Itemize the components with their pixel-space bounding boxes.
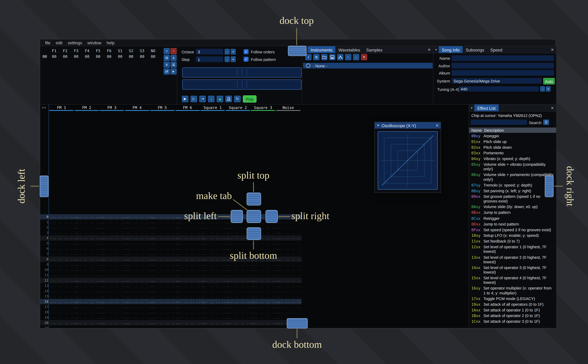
pattern-cell[interactable]: ... .. .. .... xyxy=(101,247,126,250)
poly-toggle-button[interactable]: Poly xyxy=(243,95,257,103)
pattern-cell[interactable]: ... .. .. .... xyxy=(277,231,302,234)
dock-right-target[interactable] xyxy=(545,176,554,197)
pattern-cell[interactable]: ... .. .. .... xyxy=(126,326,151,328)
pattern-cell[interactable]: ... .. .. .... xyxy=(227,316,252,319)
pattern-cell[interactable]: ... .. .. .... xyxy=(101,300,126,303)
pattern-cell[interactable]: ... .. .. .... xyxy=(50,247,75,250)
pattern-cell[interactable]: ... .. .. .... xyxy=(176,300,202,303)
pattern-cell[interactable]: ... .. .. .... xyxy=(277,305,302,309)
system-auto-button[interactable]: Auto xyxy=(543,78,555,84)
pattern-cell[interactable]: ... .. .. .... xyxy=(101,226,126,229)
pattern-cell[interactable]: ... .. .. .... xyxy=(252,268,277,272)
order-change-mode-button[interactable]: ⇄ xyxy=(164,69,170,75)
step-increase-button[interactable]: + xyxy=(231,56,236,62)
pattern-cell[interactable]: ... .. .. .... xyxy=(50,289,75,293)
pattern-cell[interactable]: ... .. .. .... xyxy=(252,279,277,282)
effect-row-1Cxx[interactable]: 1CxxSet attack of operator 3 (0 to 1F) xyxy=(469,319,556,325)
effect-row-1Axx[interactable]: 1AxxSet attack of operator 1 (0 to 1F) xyxy=(469,307,556,313)
remove-order-button[interactable]: − xyxy=(171,48,177,54)
order-cell[interactable]: 00 xyxy=(151,55,155,59)
pattern-cell[interactable]: ... .. .. .... xyxy=(252,247,277,250)
pattern-cell[interactable]: ... .. .. .... xyxy=(126,311,151,314)
pattern-cell[interactable]: ... .. .. .... xyxy=(176,289,202,293)
pattern-cell[interactable]: ... .. .. .... xyxy=(252,273,277,277)
effect-row-00xy[interactable]: 00xyArpeggio xyxy=(469,133,556,139)
collapse-icon[interactable]: ▾ xyxy=(469,104,474,111)
pattern-cell[interactable]: ... .. .. .... xyxy=(50,300,75,303)
pattern-cell[interactable]: ... .. .. .... xyxy=(176,231,202,234)
channel-header-square-3[interactable]: Square 3 xyxy=(251,106,276,110)
add-order-button[interactable]: + xyxy=(164,48,170,54)
menu-item-edit[interactable]: edit xyxy=(53,40,65,45)
effect-row-06xy[interactable]: 06xyVolume slide + portamento (compatibi… xyxy=(469,172,556,182)
pattern-cell[interactable]: ... .. .. .... xyxy=(126,247,151,250)
pattern-row-15[interactable]: 15... .. .. ....... .. .. ....... .. .. … xyxy=(40,294,302,299)
tab-song-info[interactable]: Song Info xyxy=(439,46,463,53)
pattern-cell[interactable]: ... .. .. .... xyxy=(277,257,302,261)
pattern-cell[interactable]: ... .. .. .... xyxy=(101,236,126,240)
pattern-cell[interactable]: ... .. .. .... xyxy=(76,311,101,314)
step-decrease-button[interactable]: - xyxy=(225,56,230,62)
pattern-cell[interactable]: ... .. .. .... xyxy=(176,226,202,229)
effect-row-09xx[interactable]: 09xxSet groove pattern (speed 1 if no gr… xyxy=(469,194,556,204)
move-instrument-down-button[interactable]: ↓ xyxy=(353,54,359,60)
pattern-cell[interactable]: ... .. .. .... xyxy=(227,295,252,298)
pattern-cell[interactable]: ... .. .. .... xyxy=(126,242,151,245)
oscilloscope-title-bar[interactable]: ▼ Oscilloscope (X-Y) ✕ xyxy=(375,122,441,129)
album-field[interactable] xyxy=(452,70,554,76)
pattern-cell[interactable]: ... .. .. .... xyxy=(50,279,75,282)
pattern-cell[interactable]: ... .. .. .... xyxy=(126,221,151,224)
pattern-cell[interactable]: ... .. .. .... xyxy=(151,247,176,250)
effect-row-0Dxx[interactable]: 0DxxJump to next pattern xyxy=(469,221,556,227)
pattern-row-11[interactable]: 11... .. .. ....... .. .. ....... .. .. … xyxy=(40,273,302,278)
pattern-cell[interactable]: ... .. .. .... xyxy=(252,300,277,303)
pattern-cell[interactable]: ... .. .. .... xyxy=(202,263,227,266)
pattern-cell[interactable]: ... .. .. .... xyxy=(202,295,227,298)
system-field[interactable]: Sega Genesis/Mega Drive xyxy=(452,78,542,84)
step-input[interactable]: 1 xyxy=(196,56,223,62)
pattern-cell[interactable]: ... .. .. .... xyxy=(227,273,252,277)
pattern-row-12[interactable]: 12... .. .. ....... .. .. ....... .. .. … xyxy=(40,278,302,283)
pattern-cell[interactable]: ... .. .. .... xyxy=(252,263,277,266)
pattern-cell[interactable]: ... .. .. .... xyxy=(227,326,252,328)
pattern-cell[interactable]: ... .. .. .... xyxy=(202,289,227,293)
pattern-cell[interactable]: ... .. .. .... xyxy=(277,311,302,314)
pattern-cell[interactable]: ... .. .. .... xyxy=(126,226,151,229)
tuning-decrease-button[interactable]: - xyxy=(540,86,545,91)
pattern-cell[interactable]: ... .. .. .... xyxy=(176,263,202,266)
pattern-cell[interactable]: ... .. .. .... xyxy=(252,316,277,319)
pattern-cell[interactable]: ... .. .. .... xyxy=(202,305,227,309)
pattern-cell[interactable]: ... .. .. .... xyxy=(101,326,126,328)
pattern-cell[interactable]: ... .. .. .... xyxy=(76,236,101,240)
tuning-increase-button[interactable]: + xyxy=(546,86,550,91)
pattern-cell[interactable]: ... .. .. .... xyxy=(50,295,75,298)
pattern-cell[interactable]: ... .. .. .... xyxy=(101,257,126,261)
channel-header-square-2[interactable]: Square 2 xyxy=(225,106,251,110)
pattern-cell[interactable]: ... .. .. .... xyxy=(277,263,302,266)
pattern-cell[interactable]: ... .. .. .... xyxy=(227,321,252,325)
pattern-cell[interactable]: ... .. .. .... xyxy=(202,311,227,314)
make-tab-target[interactable] xyxy=(247,210,261,223)
open-instrument-button[interactable] xyxy=(321,54,327,60)
pattern-cell[interactable]: ... .. .. .... xyxy=(101,289,126,293)
pattern-cell[interactable]: ... .. .. .... xyxy=(101,231,126,234)
pattern-cell[interactable]: ... .. .. .... xyxy=(202,300,227,303)
duplicate-order-end-button[interactable]: ⇊ xyxy=(171,62,177,68)
channel-header-fm-3[interactable]: FM 3 xyxy=(99,106,124,110)
pattern-cell[interactable]: ... .. .. .... xyxy=(50,257,75,261)
pattern-cell[interactable]: ... .. .. .... xyxy=(76,215,101,219)
pattern-cell[interactable]: ... .. .. .... xyxy=(101,215,126,219)
pattern-cell[interactable]: ... .. .. .... xyxy=(202,326,227,328)
effect-row-17xx[interactable]: 17xxToggle PCM mode (LEGACY) xyxy=(469,296,556,302)
pattern-cell[interactable]: ... .. .. .... xyxy=(176,295,202,298)
tab-instruments[interactable]: Instruments xyxy=(308,46,335,53)
delete-instrument-button[interactable]: ✕ xyxy=(361,54,367,60)
pattern-cell[interactable]: ... .. .. .... xyxy=(252,289,277,293)
pattern-cell[interactable]: ... .. .. .... xyxy=(126,321,151,325)
play-pattern-button[interactable]: ▷ xyxy=(191,96,197,102)
pattern-cell[interactable]: ... .. .. .... xyxy=(126,252,151,256)
pattern-cell[interactable]: ... .. .. .... xyxy=(151,252,176,256)
pattern-cell[interactable]: ... .. .. .... xyxy=(227,279,252,282)
pattern-cell[interactable]: ... .. .. .... xyxy=(151,215,176,219)
octave-decrease-button[interactable]: - xyxy=(225,49,230,55)
